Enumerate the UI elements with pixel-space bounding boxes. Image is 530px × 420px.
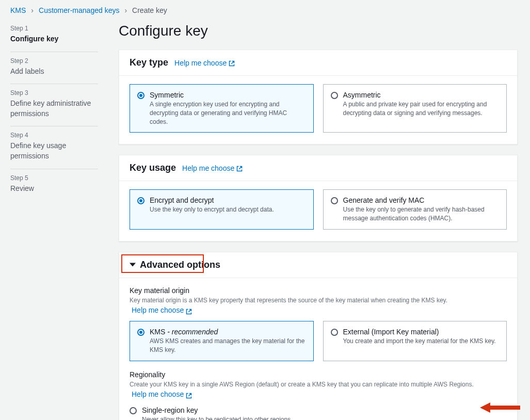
annotation-arrow bbox=[480, 400, 521, 417]
help-text: Create your KMS key in a single AWS Regi… bbox=[130, 380, 507, 400]
step-title: Define key usage permissions bbox=[10, 141, 98, 161]
step-label: Step 3 bbox=[10, 89, 98, 96]
option-title: Single-region key bbox=[142, 406, 291, 414]
heading-key-type: Key type bbox=[130, 57, 168, 68]
step-4[interactable]: Step 4 Define key usage permissions bbox=[10, 126, 98, 169]
option-title: Symmetric bbox=[150, 91, 306, 99]
radio-kms-origin[interactable]: KMS - recommended AWS KMS creates and ma… bbox=[130, 321, 314, 361]
svg-marker-1 bbox=[480, 402, 520, 413]
radio-icon bbox=[331, 92, 338, 99]
chevron-right-icon: › bbox=[31, 6, 34, 14]
option-desc: You create and import the key material f… bbox=[343, 337, 496, 346]
radio-symmetric[interactable]: Symmetric A single encryption key used f… bbox=[130, 84, 314, 133]
option-desc: Use the key only to generate and verify … bbox=[343, 205, 500, 223]
panel-key-type: Key type Help me choose Symmetric A sing… bbox=[119, 50, 518, 144]
radio-icon bbox=[331, 329, 338, 336]
radio-generate-verify-mac[interactable]: Generate and verify MAC Use the key only… bbox=[323, 189, 507, 230]
radio-encrypt-decrypt[interactable]: Encrypt and decrypt Use the key only to … bbox=[130, 189, 314, 230]
radio-icon bbox=[137, 329, 144, 336]
radio-icon bbox=[331, 197, 338, 204]
external-link-icon bbox=[236, 165, 243, 171]
option-desc: Never allow this key to be replicated in… bbox=[142, 415, 291, 420]
option-desc: AWS KMS creates and manages the key mate… bbox=[150, 337, 306, 354]
breadcrumb: KMS › Customer-managed keys › Create key bbox=[0, 0, 530, 20]
breadcrumb-customer-managed-keys[interactable]: Customer-managed keys bbox=[39, 6, 119, 14]
radio-icon bbox=[137, 197, 144, 204]
page-title: Configure key bbox=[119, 23, 518, 39]
radio-icon bbox=[137, 92, 144, 99]
help-me-choose-regionality[interactable]: Help me choose bbox=[132, 389, 192, 400]
step-5[interactable]: Step 5 Review bbox=[10, 169, 98, 201]
label-key-material-origin: Key material origin bbox=[130, 286, 507, 295]
step-label: Step 1 bbox=[10, 25, 98, 32]
heading-key-usage: Key usage bbox=[130, 163, 176, 173]
radio-single-region[interactable]: Single-region key Never allow this key t… bbox=[130, 405, 507, 420]
radio-asymmetric[interactable]: Asymmetric A public and private key pair… bbox=[323, 84, 507, 133]
step-label: Step 4 bbox=[10, 132, 98, 139]
radio-icon bbox=[130, 407, 137, 414]
step-title: Configure key bbox=[10, 34, 98, 44]
option-title: Generate and verify MAC bbox=[343, 196, 500, 204]
step-title: Add labels bbox=[10, 67, 98, 77]
svg-marker-0 bbox=[130, 263, 136, 267]
label-regionality: Regionality bbox=[130, 370, 507, 379]
help-me-choose-key-type[interactable]: Help me choose bbox=[174, 59, 235, 67]
option-desc: A single encryption key used for encrypt… bbox=[150, 100, 306, 126]
step-title: Define key administrative permissions bbox=[10, 99, 98, 119]
panel-advanced-options: Advanced options Key material origin Key… bbox=[119, 252, 518, 420]
panel-key-usage: Key usage Help me choose Encrypt and dec… bbox=[119, 155, 518, 241]
chevron-right-icon: › bbox=[124, 6, 127, 14]
heading-advanced-options: Advanced options bbox=[140, 260, 220, 270]
step-label: Step 5 bbox=[10, 174, 98, 182]
step-label: Step 2 bbox=[10, 57, 98, 64]
help-text: Key material origin is a KMS key propert… bbox=[130, 296, 507, 316]
help-me-choose-key-usage[interactable]: Help me choose bbox=[182, 164, 243, 172]
option-title: KMS - recommended bbox=[150, 328, 306, 336]
breadcrumb-create-key: Create key bbox=[132, 6, 167, 14]
option-desc: A public and private key pair used for e… bbox=[343, 100, 500, 118]
option-title: Asymmetric bbox=[343, 91, 500, 99]
caret-down-icon bbox=[130, 262, 136, 268]
option-title: Encrypt and decrypt bbox=[150, 196, 274, 204]
external-link-icon bbox=[229, 60, 235, 66]
external-link-icon bbox=[186, 391, 192, 397]
wizard-steps: Step 1 Configure key Step 2 Add labels S… bbox=[0, 20, 108, 420]
radio-external-origin[interactable]: External (Import Key material) You creat… bbox=[323, 321, 507, 361]
advanced-options-toggle[interactable]: Advanced options bbox=[119, 252, 517, 278]
breadcrumb-kms[interactable]: KMS bbox=[10, 6, 26, 14]
step-2[interactable]: Step 2 Add labels bbox=[10, 52, 98, 85]
help-me-choose-material[interactable]: Help me choose bbox=[132, 305, 192, 316]
step-1[interactable]: Step 1 Configure key bbox=[10, 20, 98, 52]
external-link-icon bbox=[186, 307, 192, 313]
option-title: External (Import Key material) bbox=[343, 328, 496, 336]
step-title: Review bbox=[10, 184, 98, 194]
option-desc: Use the key only to encrypt and decrypt … bbox=[150, 205, 274, 214]
step-3[interactable]: Step 3 Define key administrative permiss… bbox=[10, 84, 98, 126]
